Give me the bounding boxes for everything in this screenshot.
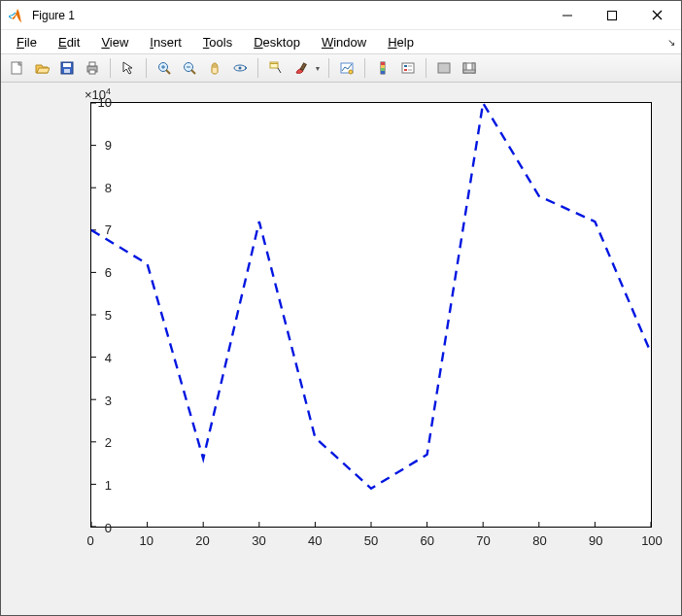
toolbar: ▼ xyxy=(1,53,681,83)
svg-rect-33 xyxy=(402,63,414,73)
brush-dropdown[interactable]: ▼ xyxy=(313,56,323,80)
matlab-icon xyxy=(9,8,24,23)
svg-rect-9 xyxy=(89,62,95,66)
separator xyxy=(110,58,111,78)
figure-area: ×104 012345678910 0102030405060708090100 xyxy=(1,83,681,615)
separator xyxy=(328,58,329,78)
y-tick-label: 1 xyxy=(83,478,112,493)
svg-line-24 xyxy=(278,68,281,73)
undock-icon[interactable]: ↘ xyxy=(667,37,675,48)
brush-button[interactable] xyxy=(290,56,313,80)
close-button[interactable] xyxy=(634,1,679,30)
maximize-button[interactable] xyxy=(590,1,634,30)
separator xyxy=(257,58,258,78)
new-figure-button[interactable] xyxy=(5,56,28,80)
link-plot-button[interactable] xyxy=(335,56,358,80)
svg-line-12 xyxy=(166,70,170,74)
y-tick-label: 6 xyxy=(83,265,112,280)
svg-point-21 xyxy=(239,67,242,70)
data-cursor-button[interactable] xyxy=(264,56,288,80)
y-tick-label: 4 xyxy=(83,350,112,364)
menubar: File Edit View Insert Tools Desktop Wind… xyxy=(1,30,681,53)
menu-window[interactable]: Window xyxy=(312,33,376,51)
x-tick-label: 10 xyxy=(132,533,161,548)
x-tick-label: 70 xyxy=(469,533,498,548)
zoom-out-button[interactable] xyxy=(178,56,201,80)
pan-button[interactable] xyxy=(203,56,226,80)
y-tick-label: 3 xyxy=(83,393,112,407)
edit-plot-button[interactable] xyxy=(117,56,140,80)
insert-legend-button[interactable] xyxy=(396,56,420,80)
x-tick-label: 60 xyxy=(413,533,442,548)
svg-rect-6 xyxy=(63,63,71,67)
y-tick-label: 8 xyxy=(83,180,112,194)
open-button[interactable] xyxy=(30,56,53,80)
menu-insert[interactable]: Insert xyxy=(140,33,191,51)
window-controls xyxy=(545,1,679,30)
print-button[interactable] xyxy=(81,56,104,80)
separator xyxy=(146,58,147,78)
svg-rect-25 xyxy=(300,63,306,71)
y-tick-label: 10 xyxy=(83,95,112,110)
y-tick-label: 2 xyxy=(83,435,112,450)
svg-rect-1 xyxy=(608,11,617,19)
svg-rect-42 xyxy=(463,70,475,73)
x-tick-label: 40 xyxy=(300,533,329,548)
menu-file[interactable]: File xyxy=(7,33,47,51)
svg-rect-22 xyxy=(270,62,278,68)
separator xyxy=(364,58,365,78)
x-tick-label: 90 xyxy=(581,533,610,548)
titlebar: Figure 1 xyxy=(1,1,681,30)
menu-edit[interactable]: Edit xyxy=(49,33,89,51)
x-tick-label: 30 xyxy=(244,533,273,548)
menu-view[interactable]: View xyxy=(91,33,138,51)
x-tick-label: 0 xyxy=(76,533,105,548)
x-tick-label: 80 xyxy=(525,533,554,548)
svg-rect-7 xyxy=(64,69,70,73)
y-tick-label: 9 xyxy=(83,137,112,152)
x-tick-label: 20 xyxy=(188,533,218,548)
separator xyxy=(426,58,426,78)
axes[interactable] xyxy=(90,102,652,528)
save-button[interactable] xyxy=(55,56,79,80)
svg-rect-10 xyxy=(89,70,95,74)
menu-help[interactable]: Help xyxy=(378,33,424,51)
svg-rect-29 xyxy=(381,62,385,65)
svg-rect-38 xyxy=(438,63,450,73)
y-tick-label: 7 xyxy=(83,222,112,237)
svg-point-27 xyxy=(349,70,353,74)
zoom-in-button[interactable] xyxy=(153,56,176,80)
svg-line-16 xyxy=(191,70,195,74)
show-plot-tools-button[interactable] xyxy=(458,56,481,80)
x-tick-label: 100 xyxy=(637,533,666,548)
menu-desktop[interactable]: Desktop xyxy=(244,33,310,51)
window-title: Figure 1 xyxy=(32,9,545,22)
insert-colorbar-button[interactable] xyxy=(371,56,394,80)
x-tick-label: 50 xyxy=(357,533,386,548)
rotate-3d-button[interactable] xyxy=(228,56,252,80)
svg-rect-31 xyxy=(381,68,385,71)
menu-tools[interactable]: Tools xyxy=(193,33,242,51)
minimize-button[interactable] xyxy=(545,1,590,30)
svg-rect-30 xyxy=(381,65,385,68)
svg-rect-32 xyxy=(381,71,385,74)
y-tick-label: 5 xyxy=(83,308,112,323)
hide-plot-tools-button[interactable] xyxy=(432,56,456,80)
line-plot xyxy=(91,103,651,527)
